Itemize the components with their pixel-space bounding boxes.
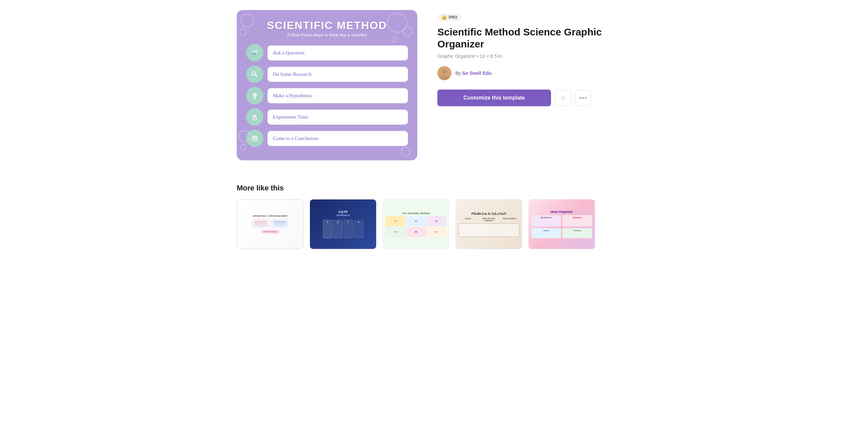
step-icon-1: [246, 44, 264, 62]
deco-circle-2: [239, 28, 247, 36]
card-title-section: SCIENTIFIC METHOD Follow these steps to …: [246, 20, 408, 37]
page-container: SCIENTIFIC METHOD Follow these steps to …: [217, 0, 651, 445]
by-label: By: [456, 70, 461, 76]
more-section: More like this GRAPHIC ORGANIZER: [237, 184, 631, 249]
svg-point-10: [253, 93, 256, 97]
svg-rect-11: [254, 97, 256, 98]
svg-rect-17: [253, 114, 256, 116]
step-icon-3: [246, 87, 264, 104]
star-icon: ☆: [560, 94, 566, 102]
more-title: More like this: [237, 184, 631, 193]
thumb-card-2[interactable]: SQ3R APPROACH S Q 3 R: [310, 199, 376, 249]
svg-point-18: [254, 117, 256, 119]
svg-rect-23: [253, 140, 257, 140]
step-row-1: Ask a Question:: [246, 44, 408, 62]
svg-rect-20: [253, 137, 257, 137]
step-row-5: Come to a Conclusion:: [246, 130, 408, 147]
action-row: Customize this template ☆ •••: [437, 90, 631, 106]
template-meta: Graphic Organizer • 11 × 8.5 in: [437, 54, 631, 59]
thumb-label-4: PRoBLEm & SoLuTioN: [471, 212, 506, 215]
step-row-2: Do Some Research:: [246, 66, 408, 83]
thumb-label-1: GRAPHIC ORGANIZER: [253, 214, 287, 217]
step-row-4: Experiment Time:: [246, 108, 408, 126]
pro-label: PRO: [449, 15, 457, 20]
thumb-card-4[interactable]: PRoBLEm & SoLuTioN Issues Why Did This H…: [456, 199, 522, 249]
scientific-card: SCIENTIFIC METHOD Follow these steps to …: [237, 10, 417, 160]
step-box-5: Come to a Conclusion:: [268, 131, 408, 146]
svg-point-1: [252, 53, 256, 55]
more-options-button[interactable]: •••: [575, 90, 591, 106]
svg-rect-22: [253, 139, 257, 139]
deco-circle-8: [239, 130, 250, 142]
author-row: By So Swell Edu: [437, 66, 631, 80]
step-box-1: Ask a Question:: [268, 45, 408, 61]
thumb-card-3[interactable]: The Scientific Method 01 02 03 04 05 06: [382, 199, 450, 249]
pro-badge: 👑 PRO: [437, 13, 461, 22]
svg-point-26: [442, 69, 447, 74]
author-avatar: [437, 66, 452, 80]
more-icon: •••: [579, 94, 587, 102]
svg-rect-2: [253, 51, 253, 54]
deco-circle-1: [241, 14, 254, 27]
step-box-3: Make a Hypothesis:: [268, 88, 408, 103]
star-button[interactable]: ☆: [555, 90, 571, 106]
deco-circle-4: [403, 27, 412, 36]
step-icon-2: [246, 66, 264, 83]
main-content: SCIENTIFIC METHOD Follow these steps to …: [237, 10, 631, 160]
info-panel: 👑 PRO Scientific Method Science Graphic …: [437, 10, 631, 106]
step-icon-4: [246, 108, 264, 126]
thumb-label-5: Ideas Organizer: [550, 210, 573, 213]
author-name[interactable]: So Swell Edu: [462, 70, 492, 76]
deco-circle-7: [240, 144, 246, 150]
svg-point-0: [250, 48, 259, 58]
template-title: Scientific Method Science Graphic Organi…: [437, 26, 631, 50]
deco-circle-6: [401, 147, 411, 156]
svg-point-4: [255, 50, 257, 53]
step-box-2: Do Some Research:: [268, 67, 408, 82]
step-row-3: Make a Hypothesis:: [246, 87, 408, 104]
svg-rect-3: [252, 51, 254, 52]
deco-circle-5: [391, 37, 397, 43]
step-box-4: Experiment Time:: [268, 110, 408, 125]
card-main-title: SCIENTIFIC METHOD: [246, 20, 408, 32]
thumb-card-1[interactable]: GRAPHIC ORGANIZER MAIN IDE: [237, 199, 304, 249]
svg-rect-21: [253, 138, 257, 138]
thumbnails-row: GRAPHIC ORGANIZER MAIN IDE: [237, 199, 631, 249]
thumb-card-5[interactable]: Ideas Organizer Brainstorm Eliminate: [528, 199, 595, 249]
thumb-label-2: SQ3R: [338, 210, 348, 213]
template-preview: SCIENTIFIC METHOD Follow these steps to …: [237, 10, 417, 160]
author-text: By So Swell Edu: [456, 70, 492, 76]
customize-button[interactable]: Customize this template: [437, 90, 551, 106]
thumb-label-3: The Scientific Method: [402, 212, 430, 215]
card-subtitle: Follow these steps to think like a scien…: [246, 32, 408, 37]
crown-icon: 👑: [441, 15, 447, 20]
